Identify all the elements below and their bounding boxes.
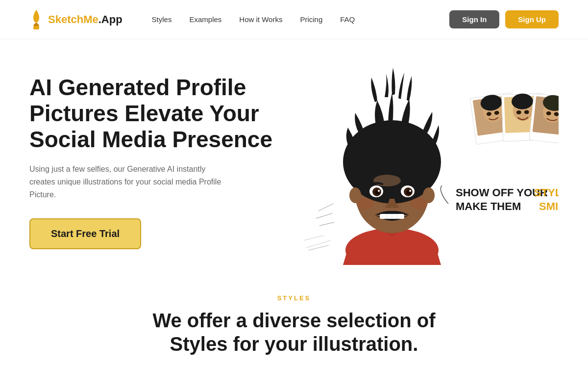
nav-actions: Sign In Sign Up [449, 10, 559, 28]
svg-line-3 [306, 240, 331, 248]
svg-text:SMILE.: SMILE. [539, 200, 559, 212]
styles-label: STYLES [29, 294, 559, 302]
signup-button[interactable]: Sign Up [505, 10, 559, 28]
hero-section: AI Generated Profile Pictures Elevate Yo… [0, 39, 588, 280]
nav-how-it-works[interactable]: How it Works [239, 15, 282, 24]
svg-point-15 [378, 190, 380, 192]
hero-illustration-area: SHOW OFF YOUR STYLE. MAKE THEM SMILE. [274, 59, 559, 265]
hero-illustration: SHOW OFF YOUR STYLE. MAKE THEM SMILE. [274, 59, 559, 265]
svg-line-2 [304, 236, 323, 240]
nav-pricing[interactable]: Pricing [300, 15, 322, 24]
svg-text:MAKE THEM: MAKE THEM [456, 200, 521, 212]
nav-examples[interactable]: Examples [189, 15, 221, 24]
nav-styles[interactable]: Styles [152, 15, 172, 24]
svg-text:STYLE.: STYLE. [534, 186, 559, 199]
svg-line-26 [316, 213, 332, 218]
svg-point-23 [356, 198, 374, 210]
svg-rect-0 [33, 26, 39, 29]
nav-faq[interactable]: FAQ [340, 15, 355, 24]
hero-subtitle: Using just a few selfies, our Generative… [29, 163, 225, 201]
nav-links: Styles Examples How it Works Pricing FAQ [152, 15, 450, 24]
svg-line-27 [319, 222, 334, 226]
svg-point-8 [373, 175, 401, 186]
logo-text: SketchMe.App [48, 13, 122, 26]
styles-section: STYLES We offer a diverse selection of S… [0, 280, 588, 368]
hero-title: AI Generated Profile Pictures Elevate Yo… [29, 75, 274, 153]
character-illustration: SHOW OFF YOUR STYLE. MAKE THEM SMILE. [274, 59, 559, 265]
navbar: SketchMe.App Styles Examples How it Work… [0, 0, 588, 39]
logo[interactable]: SketchMe.App [29, 9, 122, 30]
start-trial-button[interactable]: Start Free Trial [29, 218, 141, 249]
hero-content: AI Generated Profile Pictures Elevate Yo… [29, 75, 274, 249]
svg-point-16 [409, 190, 411, 192]
logo-icon [29, 9, 43, 30]
styles-heading: We offer a diverse selection of Styles f… [122, 309, 466, 356]
svg-point-24 [410, 198, 428, 210]
signin-button[interactable]: Sign In [449, 10, 499, 28]
svg-line-25 [318, 204, 333, 211]
